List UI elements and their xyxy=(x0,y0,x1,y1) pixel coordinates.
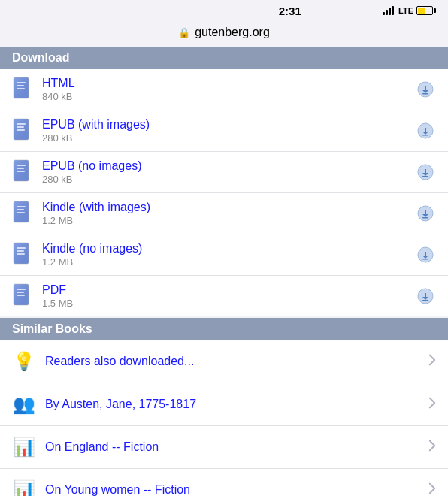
svg-rect-2 xyxy=(17,82,26,83)
svg-rect-3 xyxy=(17,85,24,86)
lock-icon: 🔒 xyxy=(178,27,190,38)
svg-rect-30 xyxy=(17,209,24,210)
download-name: PDF xyxy=(42,283,415,297)
file-icon xyxy=(12,159,33,185)
download-info: PDF 1.5 MB xyxy=(42,283,415,309)
svg-rect-49 xyxy=(17,295,25,296)
file-icon xyxy=(12,201,33,226)
similar-section: Similar Books 💡 Readers also downloaded.… xyxy=(0,318,448,496)
chevron-right-icon xyxy=(428,354,436,370)
similar-item[interactable]: 👥 By Austen, Jane, 1775-1817 xyxy=(0,383,448,426)
download-item[interactable]: Kindle (no images) 1.2 MB xyxy=(0,234,448,276)
file-icon xyxy=(12,283,33,309)
battery-icon xyxy=(416,6,436,15)
download-name: EPUB (no images) xyxy=(42,159,415,173)
similar-item-icon: 💡 xyxy=(12,349,36,374)
download-item[interactable]: HTML 840 kB xyxy=(0,69,448,110)
download-info: EPUB (no images) 280 kB xyxy=(42,159,415,185)
svg-rect-44 xyxy=(422,259,428,260)
svg-rect-8 xyxy=(422,93,428,95)
address-url[interactable]: gutenberg.org xyxy=(195,26,270,39)
download-info: Kindle (no images) 1.2 MB xyxy=(42,242,415,268)
download-arrow-button[interactable] xyxy=(415,203,436,224)
download-size: 1.2 MB xyxy=(42,215,415,226)
file-icon xyxy=(12,118,33,144)
similar-item-icon: 📊 xyxy=(12,478,36,496)
svg-rect-21 xyxy=(17,168,24,169)
svg-rect-26 xyxy=(422,176,428,177)
similar-item-icon: 📊 xyxy=(12,435,36,459)
status-time: 2:31 xyxy=(198,5,383,17)
download-item[interactable]: EPUB (with images) 280 kB xyxy=(0,110,448,152)
status-bar: 2:31 LTE xyxy=(0,0,448,21)
svg-rect-17 xyxy=(422,135,428,136)
svg-rect-29 xyxy=(17,206,26,207)
download-arrow-button[interactable] xyxy=(415,162,436,183)
download-arrow-button[interactable] xyxy=(415,244,436,265)
signal-bars-icon xyxy=(383,6,394,15)
svg-rect-20 xyxy=(17,165,26,166)
download-size: 840 kB xyxy=(42,91,415,102)
chevron-right-icon xyxy=(428,482,436,497)
download-arrow-button[interactable] xyxy=(415,79,436,100)
lte-label: LTE xyxy=(398,6,413,15)
svg-rect-31 xyxy=(17,212,25,213)
download-list: HTML 840 kB EPUB (with images) 280 kB xyxy=(0,69,448,316)
svg-rect-4 xyxy=(17,88,25,89)
download-size: 280 kB xyxy=(42,174,415,185)
download-arrow-button[interactable] xyxy=(415,286,436,307)
similar-item[interactable]: 📊 On England -- Fiction xyxy=(0,426,448,469)
download-size: 1.2 MB xyxy=(42,256,415,268)
svg-rect-53 xyxy=(422,300,428,301)
similar-item-label: By Austen, Jane, 1775-1817 xyxy=(45,398,422,411)
download-size: 1.5 MB xyxy=(42,298,415,309)
download-info: Kindle (with images) 1.2 MB xyxy=(42,201,415,226)
download-info: EPUB (with images) 280 kB xyxy=(42,118,415,144)
svg-rect-11 xyxy=(17,123,26,125)
download-name: HTML xyxy=(42,77,415,90)
download-name: Kindle (with images) xyxy=(42,201,415,214)
svg-rect-48 xyxy=(17,292,24,293)
download-arrow-button[interactable] xyxy=(415,120,436,141)
similar-item[interactable]: 💡 Readers also downloaded... xyxy=(0,340,448,383)
download-item[interactable]: EPUB (no images) 280 kB xyxy=(0,152,448,193)
svg-rect-12 xyxy=(17,126,24,128)
similar-section-header: Similar Books xyxy=(0,318,448,340)
status-icons: LTE xyxy=(383,6,436,15)
svg-rect-35 xyxy=(422,217,428,219)
similar-item-label: Readers also downloaded... xyxy=(45,355,422,368)
chevron-right-icon xyxy=(428,440,436,455)
similar-item-icon: 👥 xyxy=(12,392,36,416)
svg-rect-40 xyxy=(17,253,25,255)
file-icon xyxy=(12,77,33,102)
download-item[interactable]: PDF 1.5 MB xyxy=(0,276,448,316)
svg-rect-22 xyxy=(17,171,25,172)
download-name: Kindle (no images) xyxy=(42,242,415,256)
main-content: Download HTML 840 kB xyxy=(0,47,448,496)
download-name: EPUB (with images) xyxy=(42,118,415,132)
download-size: 280 kB xyxy=(42,132,415,144)
download-item[interactable]: Kindle (with images) 1.2 MB xyxy=(0,193,448,234)
file-icon xyxy=(12,242,33,268)
similar-item-label: On Young women -- Fiction xyxy=(45,483,422,496)
address-bar[interactable]: 🔒 gutenberg.org xyxy=(0,21,448,47)
chevron-right-icon xyxy=(428,397,436,413)
svg-rect-39 xyxy=(17,250,24,252)
svg-rect-38 xyxy=(17,247,26,249)
similar-item[interactable]: 📊 On Young women -- Fiction xyxy=(0,469,448,496)
similar-item-label: On England -- Fiction xyxy=(45,440,422,454)
svg-rect-13 xyxy=(17,129,25,131)
download-info: HTML 840 kB xyxy=(42,77,415,102)
download-section-header: Download xyxy=(0,47,448,69)
svg-rect-47 xyxy=(17,289,26,290)
